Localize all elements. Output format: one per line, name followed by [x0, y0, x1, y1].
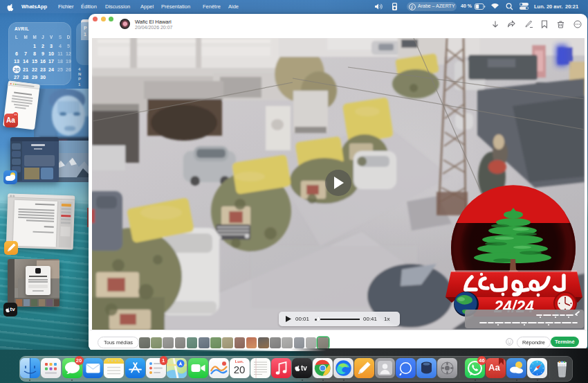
svg-text:M: M: [24, 35, 27, 39]
svg-text:5: 5: [67, 44, 70, 49]
svg-text:21: 21: [23, 67, 28, 73]
svg-text:D: D: [67, 35, 71, 39]
svg-text:23: 23: [40, 67, 46, 73]
svg-text:20: 20: [14, 67, 19, 73]
svg-text:29: 29: [32, 75, 37, 80]
svg-text:10: 10: [48, 51, 54, 57]
svg-text:26: 26: [66, 67, 71, 73]
svg-text:M: M: [33, 35, 36, 39]
svg-text:25: 25: [57, 67, 63, 73]
svg-text:28: 28: [23, 75, 28, 80]
svg-text:1: 1: [33, 44, 36, 49]
svg-text:30: 30: [40, 75, 46, 80]
svg-text:22: 22: [32, 67, 37, 73]
svg-text:18: 18: [57, 59, 63, 64]
svg-text:17: 17: [48, 59, 54, 64]
svg-text:14: 14: [23, 59, 28, 64]
svg-text:8: 8: [33, 51, 36, 57]
svg-text:16: 16: [40, 59, 46, 64]
svg-text:S: S: [59, 35, 62, 39]
svg-text:13: 13: [14, 59, 19, 64]
svg-text:15: 15: [32, 59, 37, 64]
svg-text:7: 7: [24, 51, 27, 57]
svg-text:4: 4: [59, 44, 62, 49]
svg-text:12: 12: [66, 51, 71, 57]
svg-text:V: V: [50, 35, 53, 39]
svg-text:J: J: [42, 35, 44, 39]
svg-text:2: 2: [42, 44, 44, 49]
svg-text:3: 3: [50, 44, 53, 49]
svg-text:19: 19: [66, 59, 71, 64]
svg-text:27: 27: [14, 75, 19, 80]
svg-text:24: 24: [48, 67, 54, 73]
svg-text:L: L: [15, 35, 18, 39]
svg-text:9: 9: [42, 51, 44, 57]
svg-text:6: 6: [15, 51, 18, 57]
svg-text:11: 11: [57, 51, 63, 57]
